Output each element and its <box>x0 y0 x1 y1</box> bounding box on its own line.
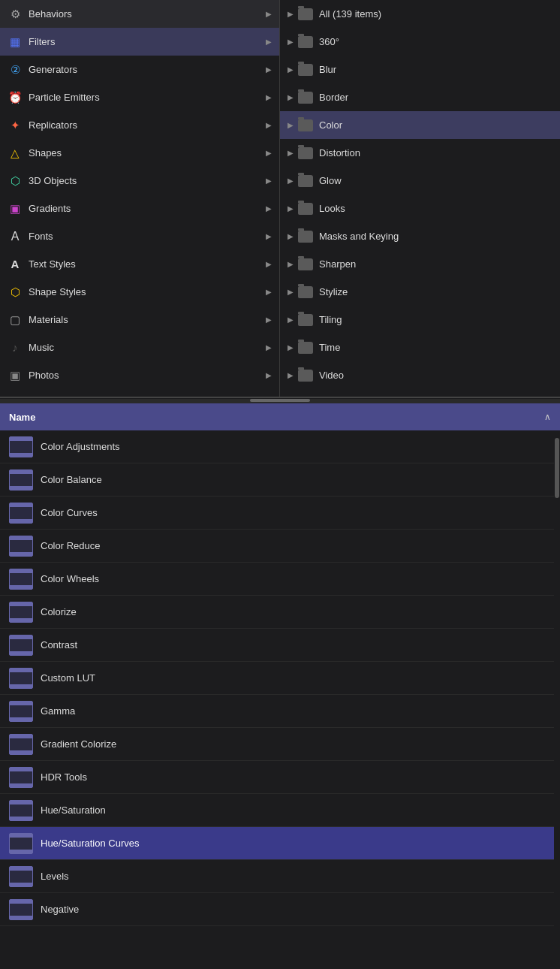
list-item-color-curves[interactable]: Color Curves <box>0 497 560 530</box>
list-item-color-adjustments[interactable]: Color Adjustments <box>0 430 560 463</box>
list-item-colorize[interactable]: Colorize <box>0 596 560 629</box>
left-menu-item-fonts[interactable]: A Fonts ▶ <box>0 222 279 250</box>
arrow-materials: ▶ <box>266 315 272 324</box>
arrow-gradients: ▶ <box>266 204 272 213</box>
folder-icon-color <box>298 119 313 131</box>
right-menu-item-tiling[interactable]: ▶ Tiling <box>280 306 560 334</box>
right-menu-item-video[interactable]: ▶ Video <box>280 361 560 389</box>
folder-icon-all <box>298 8 313 20</box>
right-label-tiling: Tiling <box>319 314 342 325</box>
left-menu-item-behaviors[interactable]: ⚙ Behaviors ▶ <box>0 0 279 28</box>
arrow-right-video: ▶ <box>288 371 294 379</box>
arrow-behaviors: ▶ <box>266 10 272 18</box>
film-icon-color-wheels <box>9 569 33 590</box>
top-panel: ⚙ Behaviors ▶ ▦ Filters ▶ ② Generators ▶… <box>0 0 560 398</box>
right-menu-item-masks-and-keying[interactable]: ▶ Masks and Keying <box>280 222 560 250</box>
right-menu-item-looks[interactable]: ▶ Looks <box>280 195 560 222</box>
film-icon-levels <box>9 866 33 887</box>
list-item-gradient-colorize[interactable]: Gradient Colorize <box>0 728 560 761</box>
right-menu-item-blur[interactable]: ▶ Blur <box>280 56 560 83</box>
left-menu-item-filters[interactable]: ▦ Filters ▶ <box>0 28 279 56</box>
left-menu-item-shape-styles[interactable]: ⬡ Shape Styles ▶ <box>0 278 279 306</box>
icon-fonts: A <box>8 229 23 244</box>
arrow-right-tiling: ▶ <box>288 315 294 324</box>
icon-filters: ▦ <box>8 35 23 50</box>
arrow-right-color: ▶ <box>288 121 294 129</box>
arrow-right-360: ▶ <box>288 38 294 46</box>
list-item-custom-lut[interactable]: Custom LUT <box>0 662 560 695</box>
left-menu-item-materials[interactable]: ▢ Materials ▶ <box>0 306 279 334</box>
right-menu-item-all[interactable]: ▶ All (139 items) <box>280 0 560 28</box>
list-item-color-balance[interactable]: Color Balance <box>0 463 560 497</box>
panel-chevron[interactable]: ∧ <box>544 412 551 422</box>
item-label-levels: Levels <box>41 871 69 882</box>
item-label-negative: Negative <box>41 904 79 915</box>
panel-title: Name <box>9 412 35 423</box>
right-label-glow: Glow <box>319 175 342 186</box>
item-label-color-wheels: Color Wheels <box>41 573 99 584</box>
item-label-color-curves: Color Curves <box>41 507 98 518</box>
left-menu-item-replicators[interactable]: ✦ Replicators ▶ <box>0 111 279 139</box>
label-replicators: Replicators <box>29 119 266 131</box>
folder-icon-sharpen <box>298 258 313 270</box>
scrollbar-thumb <box>555 438 559 498</box>
panel-header: Name ∧ <box>0 403 560 430</box>
list-item-contrast[interactable]: Contrast <box>0 629 560 662</box>
item-label-hue-saturation: Hue/Saturation <box>41 804 106 816</box>
arrow-right-distortion: ▶ <box>288 149 294 157</box>
left-menu-item-gradients[interactable]: ▣ Gradients ▶ <box>0 195 279 222</box>
left-menu-item-photos[interactable]: ▣ Photos ▶ <box>0 361 279 389</box>
right-menu-item-time[interactable]: ▶ Time <box>280 334 560 361</box>
left-column: ⚙ Behaviors ▶ ▦ Filters ▶ ② Generators ▶… <box>0 0 280 397</box>
film-icon-contrast <box>9 635 33 656</box>
right-label-blur: Blur <box>319 64 336 75</box>
arrow-filters: ▶ <box>266 38 272 46</box>
list-item-levels[interactable]: Levels <box>0 860 560 893</box>
left-menu-item-shapes[interactable]: △ Shapes ▶ <box>0 139 279 167</box>
arrow-generators: ▶ <box>266 65 272 74</box>
list-item-hdr-tools[interactable]: HDR Tools <box>0 761 560 794</box>
list-item-negative[interactable]: Negative <box>0 893 560 926</box>
film-icon-negative <box>9 899 33 920</box>
folder-icon-video <box>298 370 313 382</box>
scroll-thumb <box>250 399 310 402</box>
left-menu-item-text-styles[interactable]: A Text Styles ▶ <box>0 250 279 278</box>
icon-shape-styles: ⬡ <box>8 285 23 300</box>
label-behaviors: Behaviors <box>29 8 266 20</box>
right-menu-item-glow[interactable]: ▶ Glow <box>280 167 560 195</box>
list-item-color-reduce[interactable]: Color Reduce <box>0 530 560 563</box>
arrow-photos: ▶ <box>266 371 272 379</box>
arrow-right-looks: ▶ <box>288 204 294 213</box>
left-menu-item-generators[interactable]: ② Generators ▶ <box>0 56 279 83</box>
arrow-shape-styles: ▶ <box>266 288 272 296</box>
right-menu-item-sharpen[interactable]: ▶ Sharpen <box>280 250 560 278</box>
left-menu-item-particle-emitters[interactable]: ⏰ Particle Emitters ▶ <box>0 83 279 111</box>
list-item-hue-saturation[interactable]: Hue/Saturation <box>0 794 560 827</box>
icon-behaviors: ⚙ <box>8 7 23 22</box>
film-icon-hue-saturation <box>9 800 33 821</box>
right-menu-item-border[interactable]: ▶ Border <box>280 83 560 111</box>
arrow-particle-emitters: ▶ <box>266 93 272 101</box>
right-menu-item-stylize[interactable]: ▶ Stylize <box>280 278 560 306</box>
label-shape-styles: Shape Styles <box>29 286 266 297</box>
list-item-color-wheels[interactable]: Color Wheels <box>0 563 560 596</box>
item-label-color-adjustments: Color Adjustments <box>41 441 120 452</box>
left-menu-item-3d-objects[interactable]: ⬡ 3D Objects ▶ <box>0 167 279 195</box>
icon-photos: ▣ <box>8 368 23 383</box>
label-music: Music <box>29 342 266 353</box>
arrow-text-styles: ▶ <box>266 260 272 268</box>
arrow-right-blur: ▶ <box>288 65 294 74</box>
left-menu-item-music[interactable]: ♪ Music ▶ <box>0 334 279 361</box>
item-label-colorize: Colorize <box>41 606 77 617</box>
right-menu-item-color[interactable]: ▶ Color <box>280 111 560 139</box>
scrollbar[interactable] <box>554 430 560 969</box>
list-item-hue-saturation-curves[interactable]: Hue/Saturation Curves <box>0 827 560 860</box>
right-label-stylize: Stylize <box>319 286 348 297</box>
right-menu-item-360[interactable]: ▶ 360° <box>280 28 560 56</box>
list-item-gamma[interactable]: Gamma <box>0 695 560 728</box>
icon-gradients: ▣ <box>8 201 23 216</box>
item-label-gradient-colorize: Gradient Colorize <box>41 738 116 750</box>
film-icon-color-curves <box>9 503 33 524</box>
label-text-styles: Text Styles <box>29 258 266 270</box>
right-menu-item-distortion[interactable]: ▶ Distortion <box>280 139 560 167</box>
